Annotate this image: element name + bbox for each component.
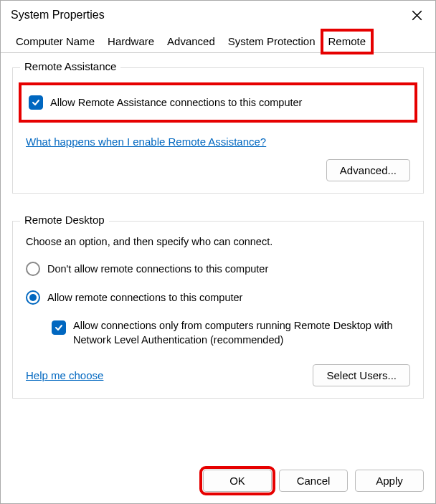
close-button[interactable]	[405, 5, 428, 25]
label-deny-remote: Don't allow remote connections to this c…	[47, 263, 268, 275]
tab-body: Remote Assistance Allow Remote Assistanc…	[1, 53, 435, 460]
group-label-remote-assistance: Remote Assistance	[20, 60, 120, 72]
select-users-button[interactable]: Select Users...	[313, 364, 410, 386]
tabs: Computer Name Hardware Advanced System P…	[1, 29, 435, 53]
cancel-button[interactable]: Cancel	[279, 470, 348, 492]
row-nla: Allow connections only from computers ru…	[52, 319, 410, 347]
tab-system-protection[interactable]: System Protection	[222, 30, 322, 53]
group-remote-assistance: Remote Assistance Allow Remote Assistanc…	[12, 67, 424, 194]
row-allow-remote-assistance: Allow Remote Assistance connections to t…	[29, 95, 407, 110]
tab-hardware[interactable]: Hardware	[101, 30, 161, 53]
row-allow-remote: Allow remote connections to this compute…	[26, 290, 410, 305]
link-what-happens-remote-assistance[interactable]: What happens when I enable Remote Assist…	[26, 135, 266, 148]
radio-deny-remote[interactable]	[26, 262, 40, 276]
remote-desktop-intro: Choose an option, and then specify who c…	[26, 236, 410, 247]
dialog-title: System Properties	[11, 9, 105, 22]
check-icon	[54, 323, 64, 333]
label-allow-remote: Allow remote connections to this compute…	[47, 292, 242, 303]
titlebar: System Properties	[1, 1, 435, 29]
tab-remote[interactable]: Remote	[322, 30, 373, 53]
group-remote-desktop: Remote Desktop Choose an option, and the…	[12, 221, 424, 399]
check-icon	[31, 98, 41, 108]
advanced-button[interactable]: Advanced...	[326, 159, 410, 181]
checkbox-allow-remote-assistance[interactable]	[29, 95, 43, 110]
label-nla: Allow connections only from computers ru…	[73, 319, 410, 347]
link-help-me-choose[interactable]: Help me choose	[26, 369, 103, 381]
radio-allow-remote[interactable]	[26, 290, 40, 305]
row-deny-remote: Don't allow remote connections to this c…	[26, 262, 410, 276]
system-properties-dialog: System Properties Computer Name Hardware…	[0, 0, 436, 504]
checkbox-nla[interactable]	[52, 320, 66, 335]
apply-button[interactable]: Apply	[355, 470, 424, 492]
tab-computer-name[interactable]: Computer Name	[9, 30, 101, 53]
close-icon	[412, 10, 422, 21]
ok-button[interactable]: OK	[203, 470, 272, 492]
dialog-footer: OK Cancel Apply	[1, 460, 435, 503]
label-allow-remote-assistance: Allow Remote Assistance connections to t…	[50, 97, 302, 108]
group-label-remote-desktop: Remote Desktop	[20, 214, 109, 226]
tab-advanced[interactable]: Advanced	[161, 30, 222, 53]
highlight-allow-remote-assistance: Allow Remote Assistance connections to t…	[19, 82, 417, 123]
